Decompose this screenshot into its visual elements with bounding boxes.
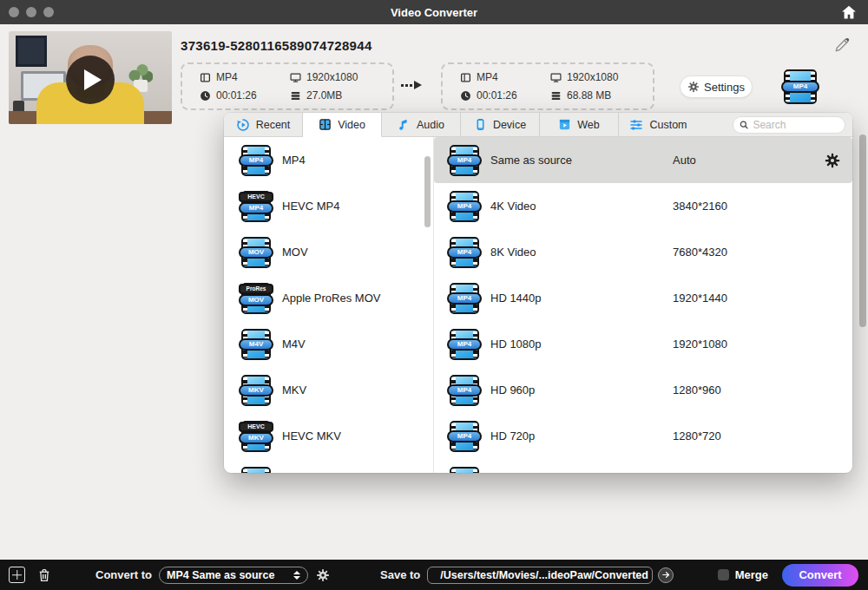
web-play-icon xyxy=(558,118,571,131)
preset-name: HD 1440p xyxy=(490,292,542,305)
preset-resolution: Auto xyxy=(673,154,696,167)
output-info-box: MP4 1920x1080 00:01:26 68.88 MB xyxy=(441,62,654,110)
format-item-mp4[interactable]: MP4MP4 xyxy=(224,137,433,183)
save-path-value: /Users/test/Movies/...ideoPaw/Converted xyxy=(440,569,648,581)
home-icon[interactable] xyxy=(840,3,858,21)
preset-item-same-as-source[interactable]: MP4Same as sourceAuto xyxy=(434,137,852,183)
window-scrollbar[interactable] xyxy=(859,134,866,327)
device-phone-icon xyxy=(474,118,487,131)
video-thumbnail[interactable] xyxy=(9,31,172,124)
preset-item-8k-video[interactable]: MP48K Video7680*4320 xyxy=(434,229,852,275)
source-size: 27.0MB xyxy=(290,89,380,102)
format-label: Apple ProRes MOV xyxy=(282,292,380,305)
recent-icon xyxy=(236,118,250,132)
filmstrip-format-icon: MP4 xyxy=(450,421,479,452)
preset-resolution: 3840*2160 xyxy=(673,200,727,213)
format-item-mkv[interactable]: MKVMKV xyxy=(224,367,433,413)
format-list: MP4MP4HEVCMP4HEVC MP4MOVMOVProResMOVAppl… xyxy=(224,137,433,473)
filmstrip-format-icon: MP4 xyxy=(450,375,479,406)
convert-to-dropdown[interactable]: MP4 Same as source xyxy=(159,567,308,584)
format-list-scrollbar[interactable] xyxy=(424,156,431,227)
filmstrip-format-icon: HEVCMP4 xyxy=(241,191,271,222)
filmstrip-format-icon: MP4 xyxy=(450,329,479,360)
search-input[interactable] xyxy=(753,119,838,131)
format-item-mov[interactable]: MOVMOV xyxy=(224,229,433,275)
filmstrip-format-icon: MP4 xyxy=(450,191,479,222)
merge-checkbox[interactable] xyxy=(718,569,729,580)
format-tab-bar: Recent Video Audio Device Web Custom xyxy=(224,113,852,137)
format-label: HEVC MKV xyxy=(282,429,341,442)
display-icon xyxy=(290,72,301,83)
merge-label: Merge xyxy=(735,568,768,581)
tab-device[interactable]: Device xyxy=(461,113,540,136)
preset-item-4k-video[interactable]: MP44K Video3840*2160 xyxy=(434,183,852,229)
preset-list-pane: MP4Same as sourceAutoMP44K Video3840*216… xyxy=(434,137,852,473)
display-icon xyxy=(550,72,562,83)
tab-audio[interactable]: Audio xyxy=(382,113,461,136)
format-item-hevc-mp4[interactable]: HEVCMP4HEVC MP4 xyxy=(224,183,433,229)
tab-custom[interactable]: Custom xyxy=(619,113,698,136)
format-label: MKV xyxy=(282,384,306,397)
filmstrip-format-icon: MOV xyxy=(241,237,271,268)
output-settings-gear-icon[interactable] xyxy=(316,568,330,582)
dropdown-stepper-icon xyxy=(293,571,300,580)
file-name: 373619-5280116589074728944 xyxy=(181,38,372,53)
clock-icon xyxy=(200,90,211,102)
format-item-apple-prores-mov[interactable]: ProResMOVApple ProRes MOV xyxy=(224,275,433,321)
search-box[interactable] xyxy=(733,116,845,134)
film-icon xyxy=(460,72,471,83)
tab-video[interactable]: Video xyxy=(303,113,382,137)
filmstrip-format-icon: MP4 xyxy=(450,145,479,176)
preset-name: Same as source xyxy=(490,154,572,167)
output-format-icon[interactable]: MP4 xyxy=(784,69,817,104)
custom-sliders-icon xyxy=(629,118,643,132)
storage-icon xyxy=(290,90,301,102)
format-picker-popup: Recent Video Audio Device Web Custom M xyxy=(224,113,852,473)
preset-item-hd-1080p[interactable]: MP4HD 1080p1920*1080 xyxy=(434,321,852,367)
video-icon xyxy=(319,118,332,131)
preset-name: HD 720p xyxy=(490,429,535,442)
preset-resolution: 1920*1440 xyxy=(673,292,727,305)
edit-filename-icon[interactable] xyxy=(833,36,851,54)
source-duration: 00:01:26 xyxy=(200,89,290,102)
source-info-box: MP4 1920x1080 00:01:26 27.0MB xyxy=(181,62,394,110)
preset-item-hd-720p[interactable]: MP4HD 720p1280*720 xyxy=(434,413,852,459)
preset-item-hd-1440p[interactable]: MP4HD 1440p1920*1440 xyxy=(434,275,852,321)
format-list-pane: MP4MP4HEVCMP4HEVC MP4MOVMOVProResMOVAppl… xyxy=(224,137,434,473)
preset-name: 8K Video xyxy=(490,246,536,259)
format-item-partial[interactable] xyxy=(224,459,433,473)
preset-list: MP4Same as sourceAutoMP44K Video3840*216… xyxy=(434,137,852,473)
format-label: HEVC MP4 xyxy=(282,200,339,213)
gear-icon xyxy=(687,81,700,93)
format-item-hevc-mkv[interactable]: HEVCMKVHEVC MKV xyxy=(224,413,433,459)
preset-resolution: 7680*4320 xyxy=(673,246,727,259)
tab-web[interactable]: Web xyxy=(540,113,619,136)
film-icon xyxy=(200,72,211,83)
output-duration: 00:01:26 xyxy=(460,89,550,102)
format-item-m4v[interactable]: M4VM4V xyxy=(224,321,433,367)
tab-recent[interactable]: Recent xyxy=(224,113,303,136)
audio-note-icon xyxy=(398,118,411,131)
save-path-field[interactable]: /Users/test/Movies/...ideoPaw/Converted xyxy=(427,567,653,584)
play-button[interactable] xyxy=(66,56,115,104)
convert-button[interactable]: Convert xyxy=(782,564,858,587)
preset-name: HD 1080p xyxy=(490,338,542,351)
convert-to-label: Convert to xyxy=(95,568,152,581)
thumbnail-picture-frame xyxy=(16,36,47,67)
trash-icon[interactable] xyxy=(36,567,52,583)
preset-item-partial[interactable]: MP4 xyxy=(434,459,852,473)
preset-item-hd-960p[interactable]: MP4HD 960p1280*960 xyxy=(434,367,852,413)
output-format: MP4 xyxy=(460,71,550,83)
add-file-button[interactable] xyxy=(9,567,25,583)
preset-name: 4K Video xyxy=(490,200,536,213)
settings-button[interactable]: Settings xyxy=(680,75,753,98)
window-title: Video Converter xyxy=(0,6,868,19)
filmstrip-format-icon: MP4 xyxy=(241,145,271,176)
format-label: MP4 xyxy=(282,154,306,167)
filmstrip-format-icon: ProResMOV xyxy=(241,283,271,314)
output-resolution: 1920x1080 xyxy=(550,71,641,83)
conversion-arrow-icon xyxy=(401,81,422,89)
preset-settings-gear-icon[interactable] xyxy=(825,153,840,168)
open-folder-arrow-icon[interactable] xyxy=(658,567,674,583)
source-format: MP4 xyxy=(200,71,290,83)
